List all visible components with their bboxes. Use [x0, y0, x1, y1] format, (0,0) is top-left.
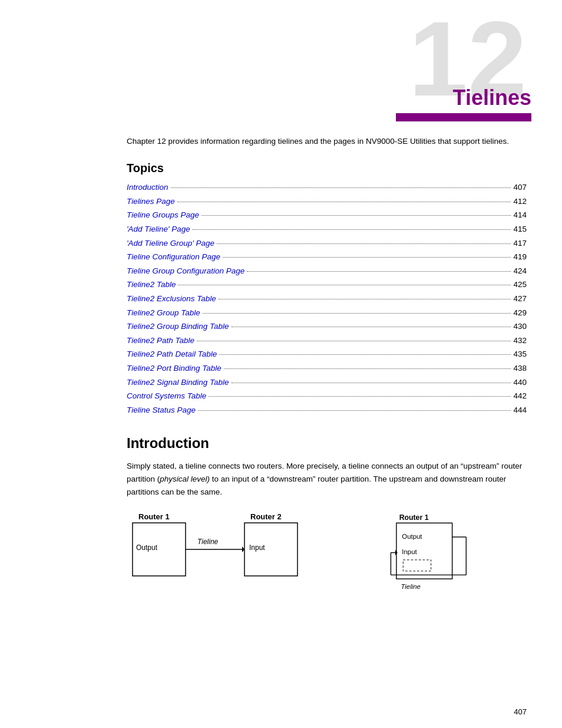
toc-link[interactable]: Tielines Page	[127, 195, 175, 208]
toc-dots	[178, 285, 511, 285]
toc-dots	[198, 410, 511, 411]
toc-page: 412	[513, 195, 527, 208]
toc-link[interactable]: Tieline Group Configuration Page	[127, 265, 244, 278]
toc-item: 'Add Tieline' Page415	[127, 223, 527, 236]
toc-page: 425	[513, 278, 527, 291]
toc-page: 419	[513, 251, 527, 263]
toc-link[interactable]: Tieline2 Exclusions Table	[127, 292, 216, 305]
toc-page: 424	[513, 265, 527, 278]
diagram-area: Router 1 Router 2 Output Input	[127, 510, 527, 595]
diagram-right: Router 1 Output Input	[374, 510, 480, 595]
toc-item: Tieline2 Group Table429	[127, 307, 527, 319]
toc-dots	[219, 299, 511, 299]
toc-link[interactable]: Tieline2 Group Binding Table	[127, 320, 229, 333]
toc-page: 438	[513, 362, 527, 375]
toc-link[interactable]: Tieline2 Path Detail Table	[127, 348, 217, 361]
toc-link[interactable]: Tieline2 Signal Binding Table	[127, 376, 229, 389]
toc-dots	[247, 271, 511, 272]
svg-text:Router 1: Router 1	[399, 513, 429, 522]
toc-item: 'Add Tieline Group' Page417	[127, 237, 527, 250]
toc-item: Tieline Group Configuration Page424	[127, 265, 527, 278]
toc-page: 440	[513, 376, 527, 389]
diagram-svg-right: Router 1 Output Input	[374, 510, 480, 595]
toc-dots	[171, 187, 511, 188]
toc-link[interactable]: 'Add Tieline Group' Page	[127, 237, 214, 250]
toc-item: Tieline Groups Page414	[127, 209, 527, 222]
diagram-svg-left: Router 1 Router 2 Output Input	[127, 510, 327, 587]
toc-dots	[177, 202, 511, 202]
toc-item: Tieline2 Table425	[127, 278, 527, 291]
toc-item: Tieline Configuration Page419	[127, 251, 527, 263]
svg-text:Router 2: Router 2	[250, 512, 282, 521]
toc-page: 407	[513, 181, 527, 194]
toc-page: 427	[513, 292, 527, 305]
chapter-header: 12 Tielines	[0, 0, 562, 136]
intro-paragraph: Simply stated, a tieline connects two ro…	[127, 460, 527, 498]
svg-text:Router 1: Router 1	[138, 512, 170, 521]
introduction-heading: Introduction	[127, 433, 527, 452]
toc-link[interactable]: Tieline2 Port Binding Table	[127, 362, 222, 375]
toc-item: Tieline Status Page444	[127, 404, 527, 417]
toc-page: 430	[513, 320, 527, 333]
toc-dots	[232, 383, 511, 383]
toc-dots	[217, 243, 511, 244]
toc-page: 415	[513, 223, 527, 236]
toc-link[interactable]: Tieline Groups Page	[127, 209, 199, 222]
toc-link[interactable]: Control Systems Table	[127, 390, 206, 403]
chapter-title: Tielines	[453, 85, 531, 110]
toc-item: Tieline2 Exclusions Table427	[127, 292, 527, 305]
chapter-title-bar	[396, 113, 531, 121]
toc-page: 417	[513, 237, 527, 250]
toc-dots	[201, 215, 511, 216]
toc-item: Tieline2 Signal Binding Table440	[127, 376, 527, 389]
toc-item: Tieline2 Port Binding Table438	[127, 362, 527, 375]
toc-link[interactable]: Introduction	[127, 181, 168, 194]
toc-page: 429	[513, 307, 527, 319]
svg-text:Tieline: Tieline	[401, 583, 420, 590]
page-footer: 407	[514, 707, 527, 716]
svg-text:Output: Output	[402, 533, 422, 540]
toc-item: Introduction407	[127, 181, 527, 194]
content-area: Chapter 12 provides information regardin…	[0, 136, 562, 595]
toc-link[interactable]: Tieline2 Table	[127, 278, 176, 291]
toc-page: 432	[513, 334, 527, 347]
toc-dots	[232, 327, 511, 327]
toc-dots	[193, 229, 511, 230]
svg-text:Tieline: Tieline	[197, 538, 219, 546]
toc-dots	[197, 341, 511, 341]
toc-item: Control Systems Table442	[127, 390, 527, 403]
toc-page: 442	[513, 390, 527, 403]
toc-dots	[209, 396, 511, 397]
toc-dots	[219, 354, 511, 355]
toc-item: Tieline2 Path Detail Table435	[127, 348, 527, 361]
toc-link[interactable]: Tieline2 Group Table	[127, 307, 200, 319]
toc-item: Tieline2 Group Binding Table430	[127, 320, 527, 333]
svg-text:Input: Input	[402, 548, 417, 555]
diagram-left: Router 1 Router 2 Output Input	[127, 510, 327, 587]
toc-list: Introduction407Tielines Page412Tieline G…	[127, 181, 527, 416]
toc-dots	[223, 257, 511, 258]
toc-item: Tielines Page412	[127, 195, 527, 208]
toc-dots	[203, 313, 511, 314]
svg-text:Output: Output	[136, 543, 158, 552]
toc-item: Tieline2 Path Table432	[127, 334, 527, 347]
toc-dots	[224, 368, 511, 369]
toc-page: 435	[513, 348, 527, 361]
chapter-intro: Chapter 12 provides information regardin…	[127, 136, 527, 147]
toc-link[interactable]: Tieline Status Page	[127, 404, 196, 417]
toc-link[interactable]: Tieline Configuration Page	[127, 251, 220, 263]
toc-page: 444	[513, 404, 527, 417]
svg-rect-20	[403, 560, 431, 571]
topics-heading: Topics	[127, 162, 527, 175]
page-container: 12 Tielines Chapter 12 provides informat…	[0, 0, 562, 728]
toc-page: 414	[513, 209, 527, 222]
toc-link[interactable]: 'Add Tieline' Page	[127, 223, 190, 236]
page-number: 407	[514, 707, 527, 716]
svg-text:Input: Input	[249, 543, 265, 552]
intro-text-italic: physical level)	[160, 475, 210, 483]
toc-link[interactable]: Tieline2 Path Table	[127, 334, 194, 347]
